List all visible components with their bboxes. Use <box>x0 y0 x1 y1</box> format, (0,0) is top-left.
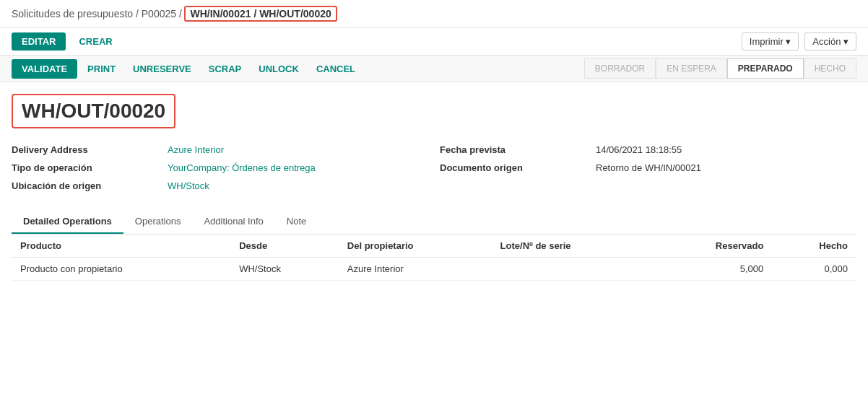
cell-lote <box>492 258 653 281</box>
breadcrumb-highlight[interactable]: WH/IN/00021 / WH/OUT/00020 <box>184 6 337 22</box>
cell-desde: WH/Stock <box>230 258 339 281</box>
documento-origen-value: Retorno de WH/IN/00021 <box>596 161 856 175</box>
action-bar: EDITAR CREAR Imprimir ▾ Acción ▾ <box>0 28 868 56</box>
fecha-prevista-label: Fecha prevista <box>440 143 584 157</box>
status-borrador: BORRADOR <box>584 58 656 79</box>
cell-del-propietario: Azure Interior <box>339 258 492 281</box>
tipo-operacion-value[interactable]: YourCompany: Órdenes de entrega <box>168 161 428 175</box>
scrap-button[interactable]: SCRAP <box>200 59 251 79</box>
table-header-row: Producto Desde Del propietario Lote/Nº d… <box>12 235 856 258</box>
status-hecho: HECHO <box>804 58 856 79</box>
col-header-reservado: Reservado <box>653 235 773 258</box>
crear-button[interactable]: CREAR <box>71 32 119 51</box>
breadcrumb-prefix: Solicitudes de presupuesto / P00025 / <box>12 8 182 19</box>
operations-table: Producto Desde Del propietario Lote/Nº d… <box>12 235 856 281</box>
delivery-address-value[interactable]: Azure Interior <box>168 143 428 157</box>
col-header-hecho: Hecho <box>772 235 856 258</box>
action-bar-right: Imprimir ▾ Acción ▾ <box>742 32 856 51</box>
tab-operations[interactable]: Operations <box>123 210 193 234</box>
col-header-del-propietario: Del propietario <box>339 235 492 258</box>
tab-additional-info[interactable]: Additional Info <box>192 210 274 234</box>
tab-detailed-operations[interactable]: Detailed Operations <box>12 210 123 234</box>
document-title-box: WH/OUT/00020 <box>12 94 175 128</box>
toolbar: VALIDATE PRINT UNRESERVE SCRAP UNLOCK CA… <box>0 56 868 82</box>
unreserve-button[interactable]: UNRESERVE <box>124 59 200 79</box>
action-bar-left: EDITAR CREAR <box>12 32 120 51</box>
main-content: WH/OUT/00020 Delivery Address Azure Inte… <box>0 82 868 292</box>
table-row: Producto con propietario WH/Stock Azure … <box>12 258 856 281</box>
fecha-prevista-value: 14/06/2021 18:18:55 <box>596 143 856 157</box>
print-button[interactable]: PRINT <box>79 59 124 79</box>
accion-button[interactable]: Acción ▾ <box>804 32 856 51</box>
editar-button[interactable]: EDITAR <box>12 32 66 51</box>
cell-reservado: 5,000 <box>653 258 773 281</box>
ubicacion-origen-value[interactable]: WH/Stock <box>168 179 428 193</box>
delivery-address-label: Delivery Address <box>12 143 156 157</box>
tabs-container: Detailed Operations Operations Additiona… <box>12 210 856 235</box>
status-preparado: PREPARADO <box>727 58 804 79</box>
col-header-lote: Lote/Nº de serie <box>492 235 653 258</box>
status-bar: BORRADOR EN ESPERA PREPARADO HECHO <box>584 58 856 79</box>
cell-producto: Producto con propietario <box>12 258 230 281</box>
fields-grid: Delivery Address Azure Interior Fecha pr… <box>12 143 856 193</box>
tab-note[interactable]: Note <box>275 210 318 234</box>
cell-hecho: 0,000 <box>772 258 856 281</box>
validate-button[interactable]: VALIDATE <box>12 59 77 79</box>
toolbar-left: VALIDATE PRINT UNRESERVE SCRAP UNLOCK CA… <box>12 59 364 79</box>
documento-origen-label: Documento origen <box>440 161 584 175</box>
cancel-button[interactable]: CANCEL <box>308 59 364 79</box>
col-header-producto: Producto <box>12 235 230 258</box>
ubicacion-origen-label: Ubicación de origen <box>12 179 156 193</box>
breadcrumb-bar: Solicitudes de presupuesto / P00025 / WH… <box>0 0 868 28</box>
document-title: WH/OUT/00020 <box>22 100 165 122</box>
imprimir-button[interactable]: Imprimir ▾ <box>742 32 799 51</box>
status-en-espera: EN ESPERA <box>656 58 727 79</box>
col-header-desde: Desde <box>230 235 339 258</box>
tipo-operacion-label: Tipo de operación <box>12 161 156 175</box>
unlock-button[interactable]: UNLOCK <box>250 59 308 79</box>
